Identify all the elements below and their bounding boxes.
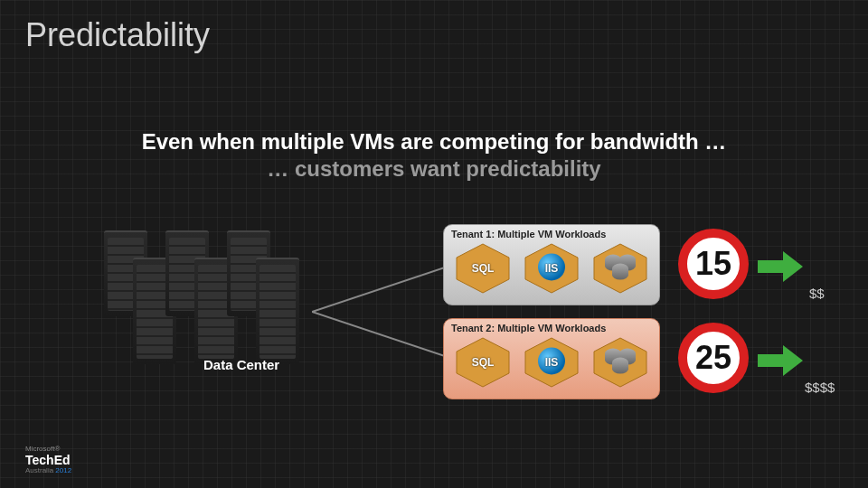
tenant-1-metric: 15: [678, 229, 749, 299]
vm-iis-label: IIS: [545, 262, 559, 275]
svg-line-1: [312, 312, 448, 357]
footer-logo: Microsoft® TechEd Australia 2012: [25, 446, 71, 475]
footer-region-text: Australia: [25, 466, 53, 474]
tenant-1-label: Tenant 1: Multiple VM Workloads: [451, 229, 652, 239]
svg-marker-9: [758, 345, 803, 376]
vm-iis-icon: IIS: [522, 336, 581, 389]
arrow-right-icon: [758, 345, 803, 376]
footer-year: 2012: [55, 466, 71, 474]
vm-iis-icon: IIS: [522, 242, 581, 295]
slide-subtitle: Even when multiple VMs are competing for…: [0, 128, 868, 183]
vm-db-icon: [590, 336, 650, 389]
footer-brand-text: TechEd: [25, 453, 71, 467]
subtitle-line-1: Even when multiple VMs are competing for…: [0, 128, 868, 155]
vm-sql-icon: SQL: [453, 242, 513, 295]
datacenter-label: Data Center: [203, 357, 279, 372]
tenant-2-panel: Tenant 2: Multiple VM Workloads SQL IIS: [443, 318, 660, 399]
svg-line-0: [312, 267, 448, 312]
tenant-2-metric: 25: [678, 323, 749, 393]
vm-sql-icon: SQL: [453, 336, 513, 389]
vm-sql-label: SQL: [472, 356, 495, 369]
vm-sql-label: SQL: [472, 262, 495, 275]
tenant-2-label: Tenant 2: Multiple VM Workloads: [451, 323, 652, 333]
footer-region: Australia 2012: [25, 467, 71, 475]
connector-lines-icon: [312, 253, 448, 371]
datacenter-graphic: [104, 230, 321, 375]
tenant-1-cost: $$: [809, 286, 825, 301]
slide-title: Predictability: [25, 16, 210, 54]
vm-iis-label: IIS: [545, 356, 559, 369]
footer-brand: TechEd: [25, 454, 71, 467]
arrow-right-icon: [758, 251, 803, 282]
tenant-2-cost: $$$$: [805, 380, 835, 395]
tenant-2-vms: SQL IIS: [451, 336, 652, 389]
subtitle-line-2: … customers want predictability: [0, 155, 868, 183]
server-rack-icon: [256, 258, 299, 364]
tenant-1-vms: SQL IIS: [451, 242, 652, 295]
database-icon: [605, 255, 636, 280]
database-icon: [605, 349, 636, 374]
vm-db-icon: [590, 242, 650, 295]
svg-marker-8: [758, 251, 803, 282]
tenant-1-panel: Tenant 1: Multiple VM Workloads SQL IIS: [443, 224, 660, 305]
